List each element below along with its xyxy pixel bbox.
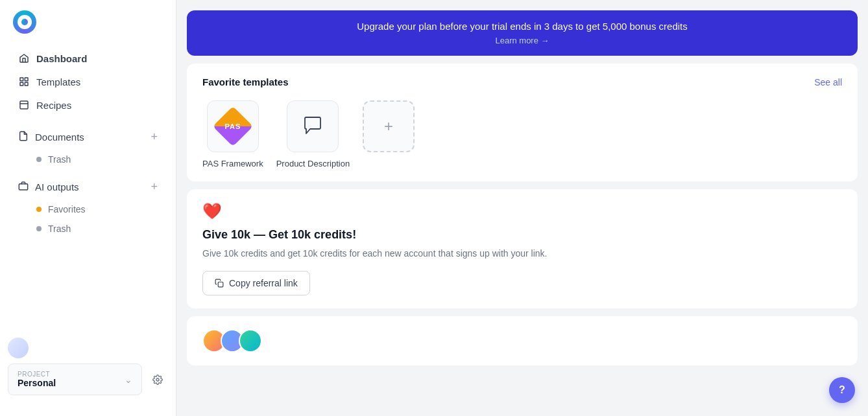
template-item-product-description[interactable]: Product Description [276, 100, 350, 168]
ai-outputs-label: AI outputs [35, 181, 79, 192]
pas-text: PAS [224, 122, 241, 130]
avatar-3 [239, 329, 262, 352]
documents-add-icon[interactable]: + [151, 130, 158, 144]
trash-dot-icon [36, 157, 42, 162]
svg-rect-2 [20, 82, 23, 86]
documents-trash-label: Trash [48, 154, 71, 165]
templates-grid: PAS PAS Framework Product Description + [202, 100, 842, 168]
referral-card: ❤️ Give 10k — Get 10k credits! Give 10k … [187, 189, 858, 308]
referral-title: Give 10k — Get 10k credits! [202, 228, 842, 242]
ai-favorites-label: Favorites [48, 204, 86, 214]
svg-rect-4 [20, 101, 28, 109]
pas-label: PAS Framework [202, 159, 263, 168]
sidebar-section-documents[interactable]: Documents + [5, 124, 171, 150]
add-template-wrap: + [363, 100, 415, 152]
pas-icon-wrap: PAS [207, 100, 259, 152]
ai-trash-dot-icon [36, 226, 42, 231]
svg-rect-6 [19, 184, 27, 190]
favorite-templates-title: Favorite templates [202, 76, 289, 87]
invite-card [187, 316, 858, 365]
main-content: Upgrade your plan before your trial ends… [176, 0, 868, 416]
ai-outputs-add-icon[interactable]: + [151, 180, 158, 194]
banner-title: Upgrade your plan before your trial ends… [357, 21, 687, 32]
logo-area [0, 10, 176, 47]
chevron-icon: ⌄ [125, 375, 132, 385]
copy-icon [215, 279, 224, 288]
sidebar-label-recipes: Recipes [36, 100, 71, 111]
app-logo [13, 10, 36, 34]
grid-icon [18, 76, 30, 87]
svg-rect-0 [20, 78, 23, 81]
invite-avatars [202, 329, 842, 352]
book-icon [18, 99, 30, 111]
sidebar-section-ai-outputs[interactable]: AI outputs + [5, 174, 171, 200]
sidebar-item-ai-favorites[interactable]: Favorites [5, 200, 171, 219]
svg-rect-3 [25, 82, 28, 86]
copy-referral-label: Copy referral link [229, 278, 298, 288]
sidebar-label-templates: Templates [36, 76, 80, 87]
sidebar-item-templates[interactable]: Templates [5, 70, 171, 93]
svg-point-7 [156, 378, 159, 381]
project-name: Personal [18, 378, 56, 388]
add-template-plus-icon: + [384, 117, 393, 135]
ai-icon [18, 181, 29, 193]
copy-referral-button[interactable]: Copy referral link [202, 271, 310, 295]
favorites-dot-icon [36, 207, 42, 212]
settings-button[interactable] [147, 369, 168, 390]
home-icon [18, 52, 30, 64]
ai-trash-label: Trash [48, 224, 71, 234]
project-label: PROJECT [18, 371, 56, 378]
sidebar: Dashboard Templates Recipes Documents + … [0, 0, 176, 416]
template-item-add[interactable]: + [363, 100, 415, 168]
heart-icon: ❤️ [202, 202, 842, 220]
referral-description: Give 10k credits and get 10k credits for… [202, 247, 842, 260]
sidebar-item-ai-trash[interactable]: Trash [5, 219, 171, 238]
sidebar-item-recipes[interactable]: Recipes [5, 93, 171, 117]
document-icon [18, 131, 29, 143]
sidebar-item-documents-trash[interactable]: Trash [5, 150, 171, 169]
help-label: ? [839, 384, 845, 396]
gear-icon [152, 375, 163, 385]
documents-label: Documents [35, 132, 84, 143]
svg-rect-1 [25, 78, 28, 81]
template-item-pas[interactable]: PAS PAS Framework [202, 100, 263, 168]
product-desc-label: Product Description [276, 159, 350, 168]
sidebar-item-dashboard[interactable]: Dashboard [5, 47, 171, 70]
help-button[interactable]: ? [829, 377, 855, 403]
favorite-templates-card: Favorite templates See all PAS PAS Frame… [187, 64, 858, 181]
project-selector[interactable]: PROJECT Personal ⌄ [8, 364, 142, 395]
banner-learn-more[interactable]: Learn more → [495, 36, 549, 45]
see-all-link[interactable]: See all [814, 77, 842, 87]
upgrade-banner: Upgrade your plan before your trial ends… [187, 10, 858, 56]
svg-rect-8 [218, 282, 223, 287]
product-desc-icon-wrap [287, 100, 339, 152]
avatar [8, 338, 29, 358]
sidebar-label-dashboard: Dashboard [36, 53, 87, 64]
chat-bubble-icon [300, 113, 326, 139]
